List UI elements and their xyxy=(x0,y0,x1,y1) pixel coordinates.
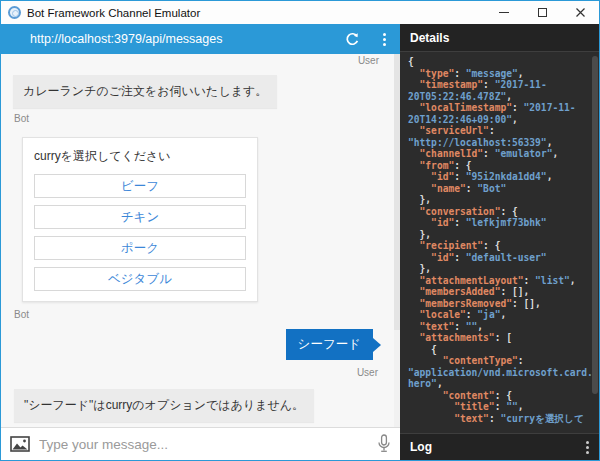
refresh-button[interactable] xyxy=(336,24,368,54)
app-icon xyxy=(8,6,21,19)
minimize-icon xyxy=(499,12,509,13)
details-header: Details xyxy=(400,24,599,52)
log-menu-button[interactable] xyxy=(586,441,589,454)
sender-label-bot: Bot xyxy=(14,113,400,124)
microphone-icon xyxy=(377,434,391,454)
refresh-icon xyxy=(345,32,360,47)
chat-history: User カレーランチのご注文をお伺いいたします。 Bot curryを選択して… xyxy=(1,54,400,427)
image-attachment-icon xyxy=(10,436,30,452)
log-bar: Log xyxy=(400,433,599,460)
sender-label-user-top: User xyxy=(1,54,400,66)
details-json: { "type": "message", "timestamp": "2017-… xyxy=(408,56,593,424)
window-title: Bot Framework Channel Emulator xyxy=(27,7,485,19)
microphone-button[interactable] xyxy=(377,434,391,454)
chat-panel: http://localhost:3979/api/messages User … xyxy=(1,24,400,460)
card-button-beef[interactable]: ビーフ xyxy=(34,174,246,198)
close-icon xyxy=(575,7,586,18)
maximize-icon xyxy=(538,8,547,17)
hero-card: curryを選択してください ビーフ チキン ポーク ベジタブル xyxy=(22,137,258,302)
emulator-window: Bot Framework Channel Emulator http://lo… xyxy=(0,0,600,461)
details-json-view: { "type": "message", "timestamp": "2017-… xyxy=(400,52,599,433)
log-header: Log xyxy=(410,440,432,454)
vertical-dots-icon xyxy=(586,441,589,454)
message-input-bar xyxy=(1,427,400,460)
conversation-menu-button[interactable] xyxy=(368,24,400,54)
sender-label-user: User xyxy=(1,367,378,378)
attachment-button[interactable] xyxy=(10,436,30,452)
user-message-bubble: シーフード xyxy=(286,329,373,360)
sender-label-bot: Bot xyxy=(14,309,400,320)
card-button-vegetable[interactable]: ベジタブル xyxy=(34,267,246,291)
bot-message-bubble: "シーフード"はcurryのオプションではありません。 xyxy=(14,389,314,422)
endpoint-address-bar[interactable]: http://localhost:3979/api/messages xyxy=(1,24,400,54)
title-bar: Bot Framework Channel Emulator xyxy=(1,1,599,24)
details-scrollbar-thumb[interactable] xyxy=(592,56,598,394)
card-button-chicken[interactable]: チキン xyxy=(34,205,246,229)
endpoint-url: http://localhost:3979/api/messages xyxy=(30,32,336,46)
hero-card-text: curryを選択してください xyxy=(34,148,246,165)
details-panel: Details { "type": "message", "timestamp"… xyxy=(400,24,599,460)
close-button[interactable] xyxy=(561,1,599,24)
card-button-pork[interactable]: ポーク xyxy=(34,236,246,260)
vertical-dots-icon xyxy=(383,33,386,46)
minimize-button[interactable] xyxy=(485,1,523,24)
bot-message-bubble: カレーランチのご注文をお伺いいたします。 xyxy=(13,75,277,108)
message-input[interactable] xyxy=(39,437,368,452)
maximize-button[interactable] xyxy=(523,1,561,24)
